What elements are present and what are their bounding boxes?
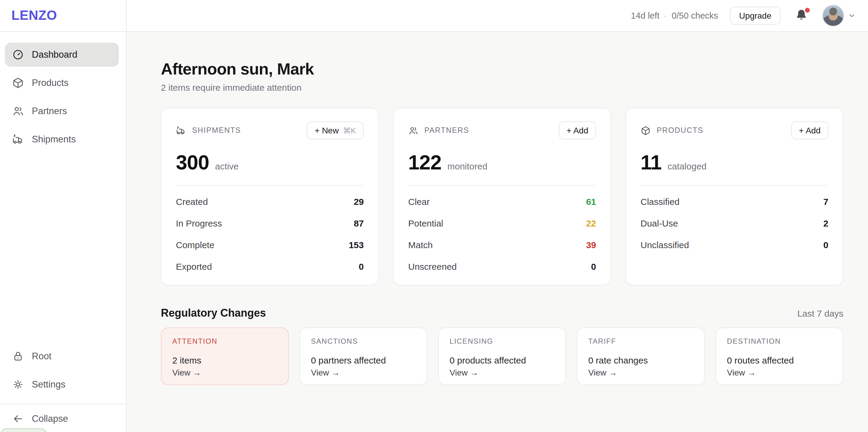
truck-bolt-icon: [12, 134, 24, 145]
card-divider: [641, 185, 828, 186]
row-label: Clear: [408, 196, 430, 206]
card-divider: [408, 185, 596, 186]
sidebar-footer: Root Settings Collapse: [5, 344, 119, 432]
row-label: Created: [176, 196, 208, 206]
sidebar-nav: Dashboard Products Partners Shipments: [5, 42, 119, 155]
partners-count: 122: [408, 150, 441, 174]
regulatory-date-range: Last 7 days: [798, 308, 843, 318]
sidebar-item-label: Products: [32, 78, 68, 88]
new-shipment-button[interactable]: + New ⌘K: [307, 121, 364, 139]
regulatory-card-tariff[interactable]: TARIFF 0 rate changes View →: [577, 327, 705, 385]
button-label: + Add: [567, 125, 588, 135]
row-label: Complete: [176, 239, 214, 250]
stat-row: Created 29: [176, 191, 364, 212]
sidebar-item-settings[interactable]: Settings: [5, 373, 119, 397]
sidebar-item-products[interactable]: Products: [5, 71, 119, 95]
stat-row: Potential 22: [408, 212, 596, 234]
upgrade-button[interactable]: Upgrade: [730, 7, 780, 25]
page: LENZO 14d left · 0/50 checks Upgrade: [0, 0, 868, 432]
notifications-button[interactable]: [795, 8, 809, 23]
sidebar-item-shipments[interactable]: Shipments: [5, 127, 119, 151]
regulatory-section-title: Regulatory Changes: [161, 307, 266, 320]
trial-status: 14d left · 0/50 checks: [631, 11, 718, 21]
add-product-button[interactable]: + Add: [791, 121, 828, 139]
sidebar-item-label: Dashboard: [32, 49, 78, 60]
page-subtitle: 2 items require immediate attention: [161, 82, 843, 92]
sidebar-item-root[interactable]: Root: [5, 344, 119, 368]
row-value: 39: [586, 239, 596, 250]
card-divider: [176, 185, 364, 186]
package-icon: [641, 125, 651, 136]
sidebar-divider: [0, 404, 126, 404]
regulatory-cards: ATTENTION 2 items View → SANCTIONS 0 par…: [161, 327, 843, 385]
package-icon: [12, 77, 24, 89]
reg-card-body: 0 rate changes: [588, 355, 693, 365]
avatar[interactable]: [823, 5, 844, 26]
products-card: PRODUCTS + Add 11 cataloged Classified 7: [625, 108, 843, 285]
add-partner-button[interactable]: + Add: [559, 121, 596, 139]
reg-card-body: 0 partners affected: [311, 355, 416, 365]
shipments-count: 300: [176, 150, 209, 174]
partners-unit: monitored: [447, 161, 487, 171]
view-link[interactable]: View →: [311, 368, 416, 377]
sidebar-item-partners[interactable]: Partners: [5, 99, 119, 123]
row-value: 0: [359, 261, 364, 271]
gear-icon: [12, 378, 24, 391]
button-label: + Add: [799, 125, 820, 135]
card-title: PARTNERS: [424, 126, 469, 135]
stat-row: Dual-Use 2: [641, 212, 828, 234]
view-link[interactable]: View →: [172, 368, 277, 377]
sidebar-item-label: Settings: [32, 379, 65, 390]
stat-row: Exported 0: [176, 255, 364, 277]
view-link[interactable]: View →: [588, 368, 693, 377]
collapse-sidebar-button[interactable]: Collapse: [5, 407, 119, 431]
truck-bolt-icon: [176, 125, 186, 136]
user-menu-toggle[interactable]: [847, 11, 856, 20]
partial-bottom-pill[interactable]: [1, 428, 47, 432]
stat-row: Unclassified 0: [641, 234, 828, 255]
sidebar-item-label: Partners: [32, 106, 67, 117]
row-label: Unclassified: [641, 239, 689, 250]
row-label: Dual-Use: [641, 218, 678, 228]
row-value: 61: [586, 196, 596, 206]
reg-card-body: 0 products affected: [450, 355, 555, 365]
notification-dot: [804, 7, 810, 13]
regulatory-card-licensing[interactable]: LICENSING 0 products affected View →: [438, 327, 566, 385]
shipments-card: SHIPMENTS + New ⌘K 300 active Created 29: [161, 108, 379, 285]
products-count: 11: [641, 150, 661, 174]
page-title: Afternoon sun, Mark: [161, 60, 843, 79]
row-value: 2: [823, 218, 828, 228]
card-title: PRODUCTS: [657, 126, 704, 135]
reg-card-label: SANCTIONS: [311, 337, 416, 345]
row-label: Classified: [641, 196, 680, 206]
trial-days-left: 14d left: [631, 11, 659, 21]
sidebar: Dashboard Products Partners Shipments: [0, 32, 127, 432]
keyboard-shortcut: ⌘K: [343, 126, 356, 135]
reg-card-body: 2 items: [172, 355, 277, 365]
stat-row: Clear 61: [408, 191, 596, 212]
stat-row: Classified 7: [641, 191, 828, 212]
regulatory-card-sanctions[interactable]: SANCTIONS 0 partners affected View →: [300, 327, 427, 385]
reg-card-body: 0 routes affected: [727, 355, 832, 365]
button-label: + New: [315, 125, 339, 135]
sidebar-item-dashboard[interactable]: Dashboard: [5, 42, 119, 67]
checks-used: 0/50 checks: [672, 11, 718, 21]
brand-logo: LENZO: [11, 8, 57, 23]
row-value: 22: [586, 218, 596, 228]
topbar: 14d left · 0/50 checks Upgrade: [127, 0, 868, 32]
gauge-icon: [12, 49, 24, 61]
main-content: Afternoon sun, Mark 2 items require imme…: [127, 32, 868, 432]
reg-card-label: LICENSING: [450, 337, 555, 345]
partners-card: PARTNERS + Add 122 monitored Clear 61: [393, 108, 611, 285]
row-label: In Progress: [176, 218, 222, 228]
view-link[interactable]: View →: [727, 368, 832, 377]
row-label: Match: [408, 239, 433, 250]
chevron-down-icon: [847, 11, 856, 20]
logo-area: LENZO: [0, 0, 127, 32]
regulatory-card-destination[interactable]: DESTINATION 0 routes affected View →: [716, 327, 843, 385]
collapse-label: Collapse: [32, 413, 68, 424]
view-link[interactable]: View →: [450, 368, 555, 377]
regulatory-card-attention[interactable]: ATTENTION 2 items View →: [161, 327, 289, 385]
row-value: 0: [591, 261, 596, 271]
users-icon: [12, 105, 24, 117]
